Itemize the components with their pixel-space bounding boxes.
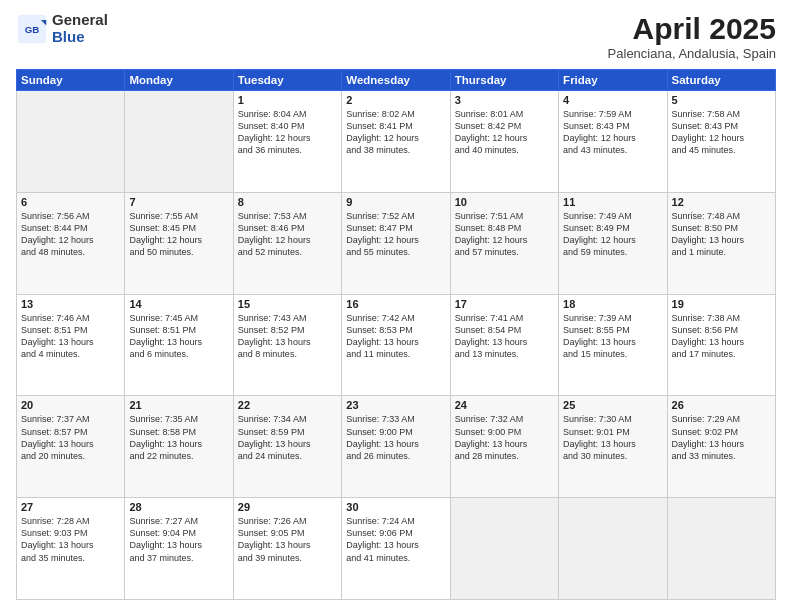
- day-number: 18: [563, 298, 662, 310]
- title-location: Palenciana, Andalusia, Spain: [608, 46, 776, 61]
- table-row: [450, 498, 558, 600]
- day-number: 1: [238, 94, 337, 106]
- day-number: 22: [238, 399, 337, 411]
- logo-icon: GB: [16, 13, 48, 45]
- table-row: 10Sunrise: 7:51 AM Sunset: 8:48 PM Dayli…: [450, 192, 558, 294]
- table-row: 17Sunrise: 7:41 AM Sunset: 8:54 PM Dayli…: [450, 294, 558, 396]
- day-info: Sunrise: 7:29 AM Sunset: 9:02 PM Dayligh…: [672, 413, 771, 462]
- table-row: [667, 498, 775, 600]
- day-number: 21: [129, 399, 228, 411]
- day-number: 23: [346, 399, 445, 411]
- table-row: 19Sunrise: 7:38 AM Sunset: 8:56 PM Dayli…: [667, 294, 775, 396]
- day-number: 15: [238, 298, 337, 310]
- day-info: Sunrise: 8:01 AM Sunset: 8:42 PM Dayligh…: [455, 108, 554, 157]
- table-row: 23Sunrise: 7:33 AM Sunset: 9:00 PM Dayli…: [342, 396, 450, 498]
- day-info: Sunrise: 7:35 AM Sunset: 8:58 PM Dayligh…: [129, 413, 228, 462]
- day-info: Sunrise: 7:52 AM Sunset: 8:47 PM Dayligh…: [346, 210, 445, 259]
- day-info: Sunrise: 7:41 AM Sunset: 8:54 PM Dayligh…: [455, 312, 554, 361]
- day-number: 7: [129, 196, 228, 208]
- day-info: Sunrise: 7:37 AM Sunset: 8:57 PM Dayligh…: [21, 413, 120, 462]
- calendar-week-row: 27Sunrise: 7:28 AM Sunset: 9:03 PM Dayli…: [17, 498, 776, 600]
- col-wednesday: Wednesday: [342, 70, 450, 91]
- calendar-week-row: 13Sunrise: 7:46 AM Sunset: 8:51 PM Dayli…: [17, 294, 776, 396]
- col-friday: Friday: [559, 70, 667, 91]
- day-info: Sunrise: 7:48 AM Sunset: 8:50 PM Dayligh…: [672, 210, 771, 259]
- table-row: 5Sunrise: 7:58 AM Sunset: 8:43 PM Daylig…: [667, 91, 775, 193]
- day-info: Sunrise: 7:27 AM Sunset: 9:04 PM Dayligh…: [129, 515, 228, 564]
- day-number: 20: [21, 399, 120, 411]
- table-row: 4Sunrise: 7:59 AM Sunset: 8:43 PM Daylig…: [559, 91, 667, 193]
- day-number: 6: [21, 196, 120, 208]
- title-month: April 2025: [608, 12, 776, 46]
- day-number: 14: [129, 298, 228, 310]
- day-number: 30: [346, 501, 445, 513]
- day-number: 24: [455, 399, 554, 411]
- table-row: 20Sunrise: 7:37 AM Sunset: 8:57 PM Dayli…: [17, 396, 125, 498]
- day-info: Sunrise: 7:42 AM Sunset: 8:53 PM Dayligh…: [346, 312, 445, 361]
- logo: GB General Blue: [16, 12, 108, 45]
- day-number: 3: [455, 94, 554, 106]
- table-row: 3Sunrise: 8:01 AM Sunset: 8:42 PM Daylig…: [450, 91, 558, 193]
- day-info: Sunrise: 7:30 AM Sunset: 9:01 PM Dayligh…: [563, 413, 662, 462]
- table-row: 2Sunrise: 8:02 AM Sunset: 8:41 PM Daylig…: [342, 91, 450, 193]
- day-info: Sunrise: 7:45 AM Sunset: 8:51 PM Dayligh…: [129, 312, 228, 361]
- page: GB General Blue April 2025 Palenciana, A…: [0, 0, 792, 612]
- day-number: 17: [455, 298, 554, 310]
- day-info: Sunrise: 8:04 AM Sunset: 8:40 PM Dayligh…: [238, 108, 337, 157]
- day-info: Sunrise: 7:32 AM Sunset: 9:00 PM Dayligh…: [455, 413, 554, 462]
- day-number: 27: [21, 501, 120, 513]
- table-row: 13Sunrise: 7:46 AM Sunset: 8:51 PM Dayli…: [17, 294, 125, 396]
- table-row: 16Sunrise: 7:42 AM Sunset: 8:53 PM Dayli…: [342, 294, 450, 396]
- table-row: [17, 91, 125, 193]
- calendar-table: Sunday Monday Tuesday Wednesday Thursday…: [16, 69, 776, 600]
- table-row: 30Sunrise: 7:24 AM Sunset: 9:06 PM Dayli…: [342, 498, 450, 600]
- table-row: 8Sunrise: 7:53 AM Sunset: 8:46 PM Daylig…: [233, 192, 341, 294]
- day-number: 2: [346, 94, 445, 106]
- table-row: [559, 498, 667, 600]
- table-row: 7Sunrise: 7:55 AM Sunset: 8:45 PM Daylig…: [125, 192, 233, 294]
- day-info: Sunrise: 7:39 AM Sunset: 8:55 PM Dayligh…: [563, 312, 662, 361]
- day-info: Sunrise: 7:51 AM Sunset: 8:48 PM Dayligh…: [455, 210, 554, 259]
- table-row: [125, 91, 233, 193]
- calendar-week-row: 1Sunrise: 8:04 AM Sunset: 8:40 PM Daylig…: [17, 91, 776, 193]
- table-row: 24Sunrise: 7:32 AM Sunset: 9:00 PM Dayli…: [450, 396, 558, 498]
- day-number: 4: [563, 94, 662, 106]
- day-number: 25: [563, 399, 662, 411]
- logo-blue-text: Blue: [52, 29, 108, 46]
- day-info: Sunrise: 7:49 AM Sunset: 8:49 PM Dayligh…: [563, 210, 662, 259]
- day-info: Sunrise: 7:33 AM Sunset: 9:00 PM Dayligh…: [346, 413, 445, 462]
- day-number: 19: [672, 298, 771, 310]
- day-number: 9: [346, 196, 445, 208]
- day-info: Sunrise: 7:59 AM Sunset: 8:43 PM Dayligh…: [563, 108, 662, 157]
- col-saturday: Saturday: [667, 70, 775, 91]
- day-number: 13: [21, 298, 120, 310]
- day-number: 28: [129, 501, 228, 513]
- calendar-week-row: 6Sunrise: 7:56 AM Sunset: 8:44 PM Daylig…: [17, 192, 776, 294]
- day-info: Sunrise: 7:58 AM Sunset: 8:43 PM Dayligh…: [672, 108, 771, 157]
- title-block: April 2025 Palenciana, Andalusia, Spain: [608, 12, 776, 61]
- day-info: Sunrise: 7:24 AM Sunset: 9:06 PM Dayligh…: [346, 515, 445, 564]
- col-monday: Monday: [125, 70, 233, 91]
- col-thursday: Thursday: [450, 70, 558, 91]
- table-row: 14Sunrise: 7:45 AM Sunset: 8:51 PM Dayli…: [125, 294, 233, 396]
- header: GB General Blue April 2025 Palenciana, A…: [16, 12, 776, 61]
- day-number: 11: [563, 196, 662, 208]
- table-row: 29Sunrise: 7:26 AM Sunset: 9:05 PM Dayli…: [233, 498, 341, 600]
- col-tuesday: Tuesday: [233, 70, 341, 91]
- day-number: 16: [346, 298, 445, 310]
- header-row: Sunday Monday Tuesday Wednesday Thursday…: [17, 70, 776, 91]
- day-number: 10: [455, 196, 554, 208]
- day-info: Sunrise: 7:34 AM Sunset: 8:59 PM Dayligh…: [238, 413, 337, 462]
- day-info: Sunrise: 8:02 AM Sunset: 8:41 PM Dayligh…: [346, 108, 445, 157]
- table-row: 15Sunrise: 7:43 AM Sunset: 8:52 PM Dayli…: [233, 294, 341, 396]
- day-number: 5: [672, 94, 771, 106]
- table-row: 6Sunrise: 7:56 AM Sunset: 8:44 PM Daylig…: [17, 192, 125, 294]
- logo-text: General Blue: [52, 12, 108, 45]
- day-number: 8: [238, 196, 337, 208]
- day-info: Sunrise: 7:56 AM Sunset: 8:44 PM Dayligh…: [21, 210, 120, 259]
- table-row: 9Sunrise: 7:52 AM Sunset: 8:47 PM Daylig…: [342, 192, 450, 294]
- day-info: Sunrise: 7:46 AM Sunset: 8:51 PM Dayligh…: [21, 312, 120, 361]
- table-row: 25Sunrise: 7:30 AM Sunset: 9:01 PM Dayli…: [559, 396, 667, 498]
- logo-general-text: General: [52, 12, 108, 29]
- day-number: 26: [672, 399, 771, 411]
